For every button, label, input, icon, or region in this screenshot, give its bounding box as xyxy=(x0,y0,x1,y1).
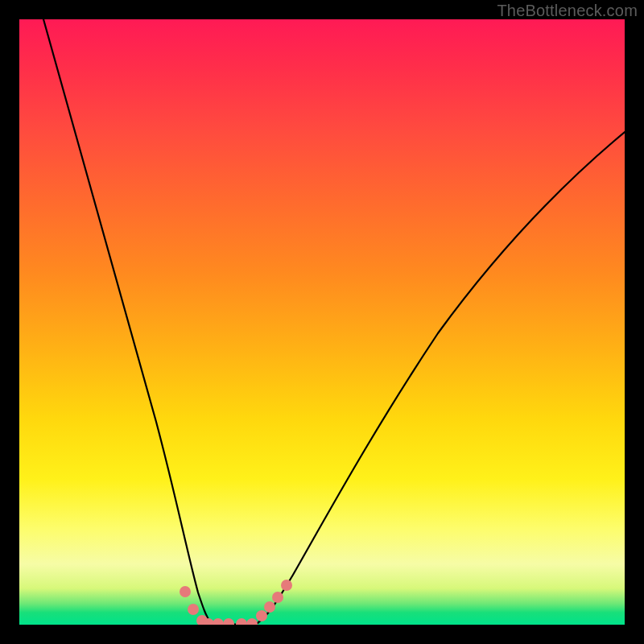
marker-dot xyxy=(264,601,275,613)
marker-dot xyxy=(246,618,258,625)
chart-frame xyxy=(19,19,625,625)
marker-dot xyxy=(236,618,247,625)
marker-dot xyxy=(213,618,224,625)
chart-svg xyxy=(19,19,625,625)
marker-dot xyxy=(223,618,234,625)
marker-dot xyxy=(272,592,283,603)
marker-dot xyxy=(188,604,199,615)
curve-right-branch xyxy=(258,132,625,623)
watermark-text: TheBottleneck.com xyxy=(497,2,638,20)
curve-left-branch xyxy=(43,19,211,623)
marker-dot xyxy=(180,586,191,597)
marker-dot xyxy=(256,610,267,621)
marker-dot xyxy=(281,580,292,591)
